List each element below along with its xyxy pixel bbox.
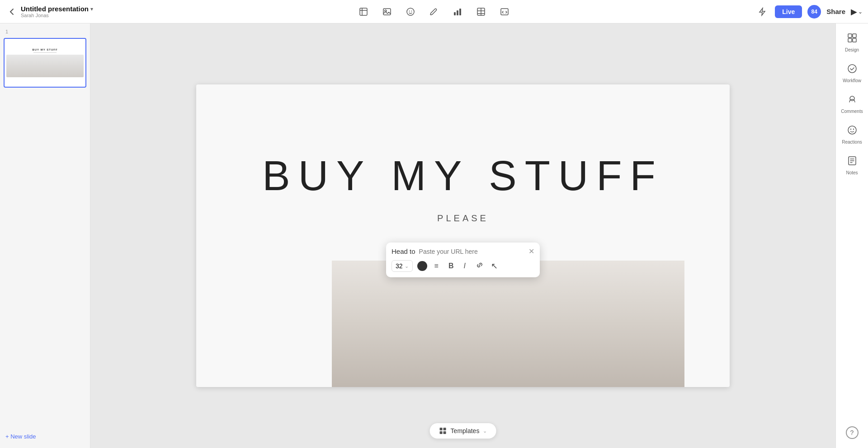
svg-rect-10 (459, 9, 461, 15)
title-caret-icon[interactable]: ▾ (90, 6, 93, 12)
right-panel: Design Workflow Comments (835, 23, 868, 448)
play-icon: ▶ (851, 7, 857, 17)
svg-rect-23 (853, 38, 856, 42)
design-label: Design (845, 47, 859, 52)
slides-panel: 1 BUY MY STUFF + New slide (0, 23, 90, 448)
emoji-tool-button[interactable] (403, 5, 418, 19)
svg-rect-20 (848, 34, 852, 37)
svg-rect-15 (501, 9, 508, 15)
svg-point-5 (407, 8, 414, 15)
slide-number: 1 (4, 29, 86, 34)
notes-label: Notes (846, 170, 858, 175)
thumb-content: BUY MY STUFF (5, 39, 85, 87)
notes-panel-button[interactable]: Notes (838, 152, 867, 179)
link-close-button[interactable]: ✕ (528, 247, 534, 256)
templates-bar: Templates ⌄ (429, 423, 497, 439)
svg-point-6 (409, 10, 410, 11)
main-content: 1 BUY MY STUFF + New slide BUY MY STUFF … (0, 23, 868, 448)
frame-tool-button[interactable] (356, 5, 371, 19)
annotation-tool-button[interactable] (427, 5, 441, 19)
comments-icon (847, 94, 858, 107)
presentation-title: Untitled presentation (21, 5, 89, 13)
slide-image-area (332, 261, 684, 387)
svg-rect-3 (383, 9, 391, 15)
design-panel-button[interactable]: Design (838, 29, 867, 56)
title-block: Untitled presentation ▾ Sarah Jonas (21, 5, 93, 18)
italic-button[interactable]: I (461, 260, 468, 272)
templates-icon (439, 427, 447, 435)
svg-rect-19 (443, 431, 446, 434)
templates-caret: ⌄ (483, 428, 487, 434)
svg-rect-18 (440, 431, 443, 434)
lightning-button[interactable] (755, 5, 769, 19)
svg-point-24 (848, 65, 856, 73)
link-text-label: Head to (392, 247, 415, 255)
bold-button[interactable]: B (446, 260, 457, 272)
thumb-image (6, 55, 84, 77)
svg-rect-22 (848, 38, 852, 42)
avatar: 84 (807, 5, 821, 19)
topbar-left: Untitled presentation ▾ Sarah Jonas (5, 5, 132, 18)
live-button[interactable]: Live (775, 5, 802, 18)
slide-canvas[interactable]: BUY MY STUFF PLEASE Head to ✕ 32 ⌄ (196, 84, 730, 387)
svg-point-26 (848, 126, 856, 134)
reactions-icon (847, 125, 858, 138)
link-popup-row1: Head to ✕ (392, 247, 534, 256)
back-button[interactable] (5, 5, 18, 18)
workflow-label: Workflow (843, 78, 861, 83)
design-icon (847, 33, 858, 46)
svg-rect-21 (853, 34, 856, 37)
slide-subtitle[interactable]: PLEASE (196, 213, 730, 224)
table-tool-button[interactable] (474, 5, 488, 19)
link-popup: Head to ✕ 32 ⌄ ≡ B I (386, 243, 540, 277)
expand-icon: ⌄ (858, 9, 863, 15)
play-button[interactable]: ▶ ⌄ (851, 7, 863, 17)
svg-rect-9 (457, 10, 458, 15)
svg-rect-0 (360, 8, 367, 15)
svg-point-28 (853, 129, 854, 130)
templates-button[interactable]: Templates ⌄ (429, 423, 497, 439)
cursor-pointer: ↖ (491, 261, 498, 271)
new-slide-button[interactable]: + New slide (4, 430, 86, 443)
embed-tool-button[interactable] (497, 5, 512, 19)
link-popup-row2: 32 ⌄ ≡ B I ↖ (392, 259, 534, 273)
title-row: Untitled presentation ▾ (21, 5, 93, 13)
comments-label: Comments (841, 109, 863, 114)
url-input[interactable] (419, 248, 525, 255)
link-button[interactable] (473, 259, 486, 273)
svg-rect-16 (440, 428, 443, 430)
help-button[interactable]: ? (846, 426, 859, 439)
reactions-panel-button[interactable]: Reactions (838, 121, 867, 148)
thumb-line (33, 52, 57, 53)
font-size-caret: ⌄ (405, 263, 409, 269)
canvas-area: BUY MY STUFF PLEASE Head to ✕ 32 ⌄ (90, 23, 835, 448)
workflow-icon (847, 63, 858, 76)
image-tool-button[interactable] (380, 5, 394, 19)
toolbar-center (132, 5, 736, 19)
chart-tool-button[interactable] (450, 5, 465, 19)
align-button[interactable]: ≡ (432, 260, 441, 272)
topbar-right: Live 84 Share ▶ ⌄ (736, 5, 863, 19)
workflow-panel-button[interactable]: Workflow (838, 60, 867, 87)
svg-point-27 (850, 129, 851, 130)
author-label: Sarah Jonas (21, 13, 93, 18)
slide-thumbnail[interactable]: BUY MY STUFF (4, 38, 86, 88)
slide-title[interactable]: BUY MY STUFF (196, 152, 730, 200)
thumb-title: BUY MY STUFF (32, 48, 57, 51)
notes-icon (847, 155, 858, 168)
topbar: Untitled presentation ▾ Sarah Jonas (0, 0, 868, 23)
color-picker[interactable] (417, 261, 427, 271)
font-size-selector[interactable]: 32 ⌄ (392, 260, 413, 272)
svg-rect-17 (443, 428, 446, 430)
svg-point-7 (411, 10, 412, 11)
reactions-label: Reactions (842, 140, 862, 145)
comments-panel-button[interactable]: Comments (838, 90, 867, 117)
templates-label: Templates (451, 427, 480, 434)
share-button[interactable]: Share (826, 8, 845, 15)
font-size-value: 32 (396, 262, 403, 270)
svg-rect-8 (454, 12, 456, 15)
